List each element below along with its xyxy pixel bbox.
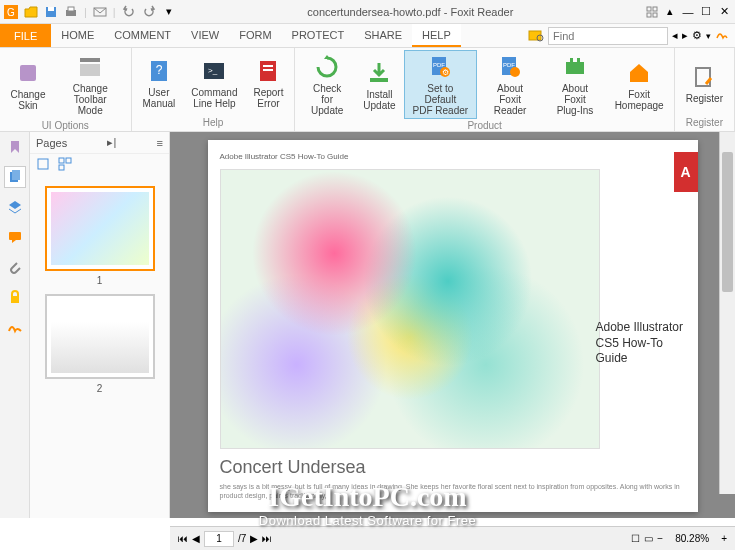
command-line-help-button[interactable]: >_ CommandLine Help: [184, 50, 244, 116]
pages-collapse-icon[interactable]: ▸|: [107, 136, 116, 149]
svg-rect-5: [68, 7, 74, 11]
svg-point-30: [510, 67, 520, 77]
sidebar-tab-security[interactable]: [4, 286, 26, 308]
statusbar: ⏮ ◀ /7 ▶ ⏭ ☐ ▭ − 80.28% +: [170, 526, 735, 550]
svg-rect-38: [11, 296, 19, 303]
sign-icon[interactable]: [715, 28, 729, 44]
ribbon-group-register: Register Register: [675, 48, 735, 131]
ribbon-group-product: Check forUpdate InstallUpdate PDF⚙ Set t…: [295, 48, 674, 131]
ribbon-group-ui-options: ChangeSkin ChangeToolbar Mode UI Options: [0, 48, 132, 131]
sidebar-tab-pages[interactable]: [4, 166, 26, 188]
thumb-small-icon[interactable]: [58, 157, 72, 173]
svg-rect-23: [370, 78, 388, 82]
svg-text:>_: >_: [208, 66, 218, 75]
check-update-button[interactable]: Check forUpdate: [299, 50, 354, 119]
thumb-large-icon[interactable]: [36, 157, 50, 173]
user-manual-button[interactable]: ? UserManual: [136, 50, 183, 116]
about-reader-icon: PDF: [496, 53, 524, 81]
change-skin-button[interactable]: ChangeSkin: [4, 50, 52, 119]
vertical-scrollbar[interactable]: [719, 132, 735, 494]
set-default-reader-button[interactable]: PDF⚙ Set to DefaultPDF Reader: [404, 50, 477, 119]
sidebar-tab-signatures[interactable]: [4, 316, 26, 338]
pages-list: 1 2: [30, 176, 169, 518]
register-button[interactable]: Register: [679, 50, 730, 116]
undo-icon[interactable]: [122, 5, 136, 19]
tab-share[interactable]: SHARE: [354, 24, 412, 47]
zoom-out-icon[interactable]: −: [657, 533, 663, 544]
search-prev-icon[interactable]: ◂: [672, 29, 678, 42]
svg-text:?: ?: [156, 63, 163, 77]
find-folder-icon[interactable]: [528, 28, 544, 44]
svg-rect-33: [577, 58, 580, 63]
page-total-label: /7: [238, 533, 246, 544]
svg-text:G: G: [7, 7, 15, 18]
app-logo-icon[interactable]: G: [4, 5, 18, 19]
search-input[interactable]: [548, 27, 668, 45]
document-page: A Adobe Illustrator CS5 How-To Guide Ado…: [208, 140, 698, 512]
change-toolbar-mode-button[interactable]: ChangeToolbar Mode: [54, 50, 127, 119]
titlebar: G | | ▾ concertundersea-howto.pdf - Foxi…: [0, 0, 735, 24]
doc-body-title: Concert Undersea: [220, 457, 686, 478]
tab-view[interactable]: VIEW: [181, 24, 229, 47]
report-error-button[interactable]: ReportError: [246, 50, 290, 116]
cmd-icon: >_: [200, 57, 228, 85]
sidebar-tab-comments[interactable]: [4, 226, 26, 248]
toolbar-mode-icon: [76, 53, 104, 81]
svg-rect-36: [12, 170, 20, 180]
prev-page-icon[interactable]: ◀: [192, 533, 200, 544]
tab-protect[interactable]: PROTECT: [282, 24, 355, 47]
register-icon: [690, 63, 718, 91]
first-page-icon[interactable]: ⏮: [178, 533, 188, 544]
minimize-icon[interactable]: —: [681, 5, 695, 19]
pages-panel: Pages ▸| ≡ 1 2: [30, 132, 170, 518]
page-number-input[interactable]: [204, 531, 234, 547]
svg-rect-15: [80, 64, 100, 76]
ribbon: ChangeSkin ChangeToolbar Mode UI Options…: [0, 48, 735, 132]
page-thumbnail-2[interactable]: [45, 294, 155, 379]
tab-help[interactable]: HELP: [412, 24, 461, 47]
ribbon-group-help: ? UserManual >_ CommandLine Help ReportE…: [132, 48, 296, 131]
about-plugins-button[interactable]: About FoxitPlug-Ins: [544, 50, 607, 119]
last-page-icon[interactable]: ⏭: [262, 533, 272, 544]
svg-text:PDF: PDF: [503, 62, 515, 68]
zoom-in-icon[interactable]: +: [721, 533, 727, 544]
next-page-icon[interactable]: ▶: [250, 533, 258, 544]
doc-body-text: she says is a bit messy, but is full of …: [220, 482, 686, 500]
document-viewer[interactable]: A Adobe Illustrator CS5 How-To Guide Ado…: [170, 132, 735, 518]
tab-home[interactable]: HOME: [51, 24, 104, 47]
ribbon-toggle-icon[interactable]: ▴: [663, 5, 677, 19]
svg-rect-10: [653, 13, 657, 17]
qat-dropdown-icon[interactable]: ▾: [162, 5, 176, 19]
settings-gear-icon[interactable]: ⚙: [692, 29, 702, 42]
sidebar-tab-bookmark[interactable]: [4, 136, 26, 158]
window-title: concertundersea-howto.pdf - Foxit Reader: [176, 6, 645, 18]
pages-header: Pages ▸| ≡: [30, 132, 169, 154]
search-next-icon[interactable]: ▸: [682, 29, 688, 42]
sidebar-tab-attachments[interactable]: [4, 256, 26, 278]
foxit-homepage-button[interactable]: FoxitHomepage: [608, 50, 669, 119]
file-menu-button[interactable]: FILE: [0, 24, 51, 47]
close-icon[interactable]: ✕: [717, 5, 731, 19]
page-number-label: 1: [36, 275, 163, 286]
page-thumbnail-1[interactable]: [45, 186, 155, 271]
doc-header-text: Adobe Illustrator CS5 How-To Guide: [220, 152, 686, 161]
print-icon[interactable]: [64, 5, 78, 19]
save-icon[interactable]: [44, 5, 58, 19]
redo-icon[interactable]: [142, 5, 156, 19]
open-icon[interactable]: [24, 5, 38, 19]
email-icon[interactable]: [93, 5, 107, 19]
maximize-icon[interactable]: ☐: [699, 5, 713, 19]
sidebar-tab-layers[interactable]: [4, 196, 26, 218]
grid-icon[interactable]: [645, 5, 659, 19]
svg-rect-21: [263, 65, 273, 67]
window-controls: ▴ — ☐ ✕: [645, 5, 731, 19]
content-area: Pages ▸| ≡ 1 2 A Adobe Illustrator CS5 H…: [0, 132, 735, 518]
tab-form[interactable]: FORM: [229, 24, 281, 47]
install-update-button[interactable]: InstallUpdate: [357, 50, 402, 119]
about-reader-button[interactable]: PDF About FoxitReader: [479, 50, 542, 119]
view-mode-continuous-icon[interactable]: ▭: [644, 533, 653, 544]
zoom-level-label: 80.28%: [667, 533, 717, 544]
view-mode-icon[interactable]: ☐: [631, 533, 640, 544]
tab-comment[interactable]: COMMENT: [104, 24, 181, 47]
pages-menu-icon[interactable]: ≡: [157, 137, 163, 149]
